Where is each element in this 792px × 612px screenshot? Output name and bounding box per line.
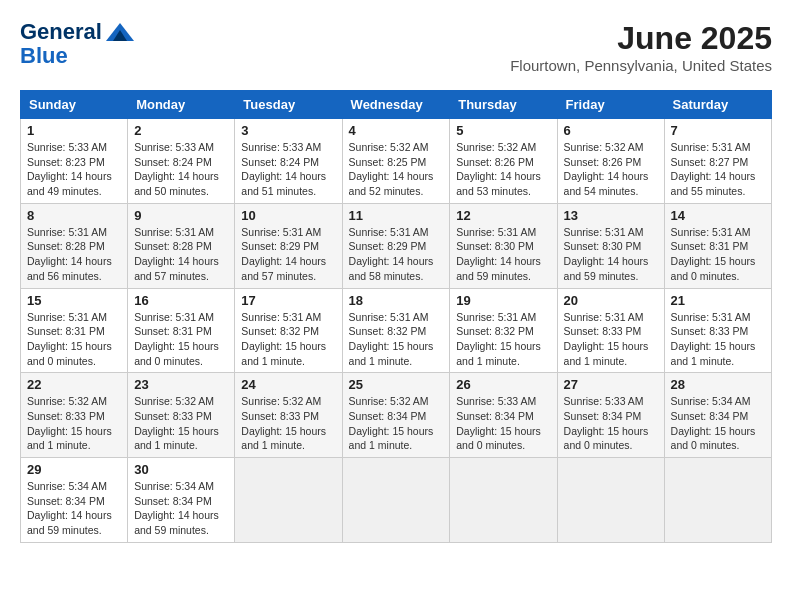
- day-info: Sunrise: 5:33 AM Sunset: 8:24 PM Dayligh…: [241, 140, 335, 199]
- day-number: 23: [134, 377, 228, 392]
- logo: General Blue: [20, 20, 134, 68]
- month-title: June 2025: [510, 20, 772, 57]
- calendar-cell: 18 Sunrise: 5:31 AM Sunset: 8:32 PM Dayl…: [342, 288, 450, 373]
- calendar-row: 8 Sunrise: 5:31 AM Sunset: 8:28 PM Dayli…: [21, 203, 772, 288]
- header-friday: Friday: [557, 91, 664, 119]
- day-info: Sunrise: 5:32 AM Sunset: 8:33 PM Dayligh…: [134, 394, 228, 453]
- calendar-cell: 19 Sunrise: 5:31 AM Sunset: 8:32 PM Dayl…: [450, 288, 557, 373]
- day-number: 13: [564, 208, 658, 223]
- calendar-cell: [557, 458, 664, 543]
- day-number: 6: [564, 123, 658, 138]
- day-info: Sunrise: 5:32 AM Sunset: 8:34 PM Dayligh…: [349, 394, 444, 453]
- day-info: Sunrise: 5:31 AM Sunset: 8:31 PM Dayligh…: [134, 310, 228, 369]
- calendar-row: 15 Sunrise: 5:31 AM Sunset: 8:31 PM Dayl…: [21, 288, 772, 373]
- day-info: Sunrise: 5:31 AM Sunset: 8:27 PM Dayligh…: [671, 140, 765, 199]
- day-info: Sunrise: 5:34 AM Sunset: 8:34 PM Dayligh…: [671, 394, 765, 453]
- calendar-cell: 29 Sunrise: 5:34 AM Sunset: 8:34 PM Dayl…: [21, 458, 128, 543]
- day-info: Sunrise: 5:31 AM Sunset: 8:32 PM Dayligh…: [349, 310, 444, 369]
- calendar-cell: 10 Sunrise: 5:31 AM Sunset: 8:29 PM Dayl…: [235, 203, 342, 288]
- day-info: Sunrise: 5:31 AM Sunset: 8:29 PM Dayligh…: [241, 225, 335, 284]
- logo-general: General: [20, 20, 102, 44]
- calendar-cell: 8 Sunrise: 5:31 AM Sunset: 8:28 PM Dayli…: [21, 203, 128, 288]
- day-number: 24: [241, 377, 335, 392]
- calendar-cell: 26 Sunrise: 5:33 AM Sunset: 8:34 PM Dayl…: [450, 373, 557, 458]
- day-number: 18: [349, 293, 444, 308]
- day-info: Sunrise: 5:32 AM Sunset: 8:33 PM Dayligh…: [27, 394, 121, 453]
- calendar-row: 22 Sunrise: 5:32 AM Sunset: 8:33 PM Dayl…: [21, 373, 772, 458]
- calendar-cell: 13 Sunrise: 5:31 AM Sunset: 8:30 PM Dayl…: [557, 203, 664, 288]
- day-info: Sunrise: 5:32 AM Sunset: 8:26 PM Dayligh…: [564, 140, 658, 199]
- day-info: Sunrise: 5:32 AM Sunset: 8:33 PM Dayligh…: [241, 394, 335, 453]
- day-info: Sunrise: 5:31 AM Sunset: 8:32 PM Dayligh…: [241, 310, 335, 369]
- day-info: Sunrise: 5:34 AM Sunset: 8:34 PM Dayligh…: [134, 479, 228, 538]
- day-info: Sunrise: 5:33 AM Sunset: 8:34 PM Dayligh…: [456, 394, 550, 453]
- header-saturday: Saturday: [664, 91, 771, 119]
- day-number: 30: [134, 462, 228, 477]
- day-number: 29: [27, 462, 121, 477]
- day-info: Sunrise: 5:31 AM Sunset: 8:31 PM Dayligh…: [671, 225, 765, 284]
- logo-blue: Blue: [20, 44, 68, 68]
- day-number: 28: [671, 377, 765, 392]
- day-number: 10: [241, 208, 335, 223]
- day-info: Sunrise: 5:33 AM Sunset: 8:24 PM Dayligh…: [134, 140, 228, 199]
- day-info: Sunrise: 5:31 AM Sunset: 8:33 PM Dayligh…: [671, 310, 765, 369]
- day-number: 7: [671, 123, 765, 138]
- calendar-cell: 23 Sunrise: 5:32 AM Sunset: 8:33 PM Dayl…: [128, 373, 235, 458]
- day-info: Sunrise: 5:31 AM Sunset: 8:31 PM Dayligh…: [27, 310, 121, 369]
- calendar-cell: 14 Sunrise: 5:31 AM Sunset: 8:31 PM Dayl…: [664, 203, 771, 288]
- day-number: 26: [456, 377, 550, 392]
- logo-icon: [106, 23, 134, 41]
- calendar-cell: [664, 458, 771, 543]
- calendar-cell: 4 Sunrise: 5:32 AM Sunset: 8:25 PM Dayli…: [342, 119, 450, 204]
- day-number: 9: [134, 208, 228, 223]
- day-number: 25: [349, 377, 444, 392]
- day-number: 22: [27, 377, 121, 392]
- day-number: 16: [134, 293, 228, 308]
- day-number: 8: [27, 208, 121, 223]
- day-info: Sunrise: 5:33 AM Sunset: 8:23 PM Dayligh…: [27, 140, 121, 199]
- calendar-row: 29 Sunrise: 5:34 AM Sunset: 8:34 PM Dayl…: [21, 458, 772, 543]
- day-number: 20: [564, 293, 658, 308]
- calendar-cell: 22 Sunrise: 5:32 AM Sunset: 8:33 PM Dayl…: [21, 373, 128, 458]
- calendar-cell: 1 Sunrise: 5:33 AM Sunset: 8:23 PM Dayli…: [21, 119, 128, 204]
- calendar-cell: 21 Sunrise: 5:31 AM Sunset: 8:33 PM Dayl…: [664, 288, 771, 373]
- day-number: 4: [349, 123, 444, 138]
- day-number: 15: [27, 293, 121, 308]
- calendar-cell: [450, 458, 557, 543]
- calendar-cell: 3 Sunrise: 5:33 AM Sunset: 8:24 PM Dayli…: [235, 119, 342, 204]
- day-info: Sunrise: 5:32 AM Sunset: 8:25 PM Dayligh…: [349, 140, 444, 199]
- day-number: 2: [134, 123, 228, 138]
- calendar-row: 1 Sunrise: 5:33 AM Sunset: 8:23 PM Dayli…: [21, 119, 772, 204]
- calendar-cell: 30 Sunrise: 5:34 AM Sunset: 8:34 PM Dayl…: [128, 458, 235, 543]
- day-info: Sunrise: 5:33 AM Sunset: 8:34 PM Dayligh…: [564, 394, 658, 453]
- header-monday: Monday: [128, 91, 235, 119]
- calendar-cell: 16 Sunrise: 5:31 AM Sunset: 8:31 PM Dayl…: [128, 288, 235, 373]
- calendar-cell: 28 Sunrise: 5:34 AM Sunset: 8:34 PM Dayl…: [664, 373, 771, 458]
- day-number: 14: [671, 208, 765, 223]
- day-info: Sunrise: 5:31 AM Sunset: 8:28 PM Dayligh…: [134, 225, 228, 284]
- day-info: Sunrise: 5:31 AM Sunset: 8:29 PM Dayligh…: [349, 225, 444, 284]
- calendar-cell: [342, 458, 450, 543]
- day-info: Sunrise: 5:32 AM Sunset: 8:26 PM Dayligh…: [456, 140, 550, 199]
- calendar-cell: 6 Sunrise: 5:32 AM Sunset: 8:26 PM Dayli…: [557, 119, 664, 204]
- day-number: 11: [349, 208, 444, 223]
- calendar-cell: 27 Sunrise: 5:33 AM Sunset: 8:34 PM Dayl…: [557, 373, 664, 458]
- calendar-cell: 17 Sunrise: 5:31 AM Sunset: 8:32 PM Dayl…: [235, 288, 342, 373]
- calendar-cell: 15 Sunrise: 5:31 AM Sunset: 8:31 PM Dayl…: [21, 288, 128, 373]
- day-number: 19: [456, 293, 550, 308]
- day-info: Sunrise: 5:34 AM Sunset: 8:34 PM Dayligh…: [27, 479, 121, 538]
- day-info: Sunrise: 5:31 AM Sunset: 8:30 PM Dayligh…: [564, 225, 658, 284]
- calendar-table: SundayMondayTuesdayWednesdayThursdayFrid…: [20, 90, 772, 543]
- title-area: June 2025 Flourtown, Pennsylvania, Unite…: [510, 20, 772, 74]
- calendar-cell: [235, 458, 342, 543]
- day-number: 1: [27, 123, 121, 138]
- calendar-cell: 9 Sunrise: 5:31 AM Sunset: 8:28 PM Dayli…: [128, 203, 235, 288]
- header-row: SundayMondayTuesdayWednesdayThursdayFrid…: [21, 91, 772, 119]
- day-info: Sunrise: 5:31 AM Sunset: 8:33 PM Dayligh…: [564, 310, 658, 369]
- calendar-cell: 25 Sunrise: 5:32 AM Sunset: 8:34 PM Dayl…: [342, 373, 450, 458]
- header-thursday: Thursday: [450, 91, 557, 119]
- header-wednesday: Wednesday: [342, 91, 450, 119]
- calendar-cell: 12 Sunrise: 5:31 AM Sunset: 8:30 PM Dayl…: [450, 203, 557, 288]
- location-title: Flourtown, Pennsylvania, United States: [510, 57, 772, 74]
- day-info: Sunrise: 5:31 AM Sunset: 8:32 PM Dayligh…: [456, 310, 550, 369]
